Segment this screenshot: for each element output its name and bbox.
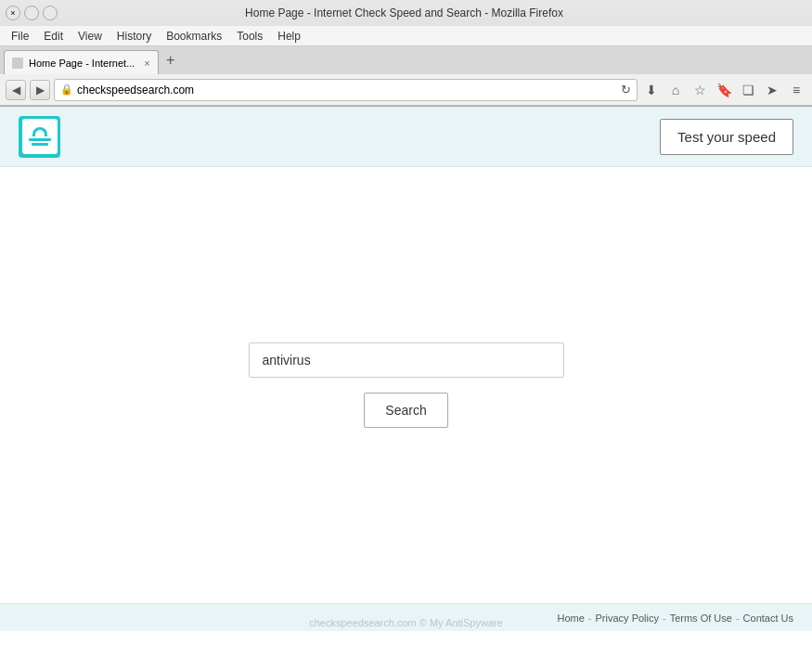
tab-label: Home Page - Internet... [29, 58, 135, 69]
lock-icon: 🔒 [60, 84, 73, 96]
refresh-icon[interactable]: ↻ [621, 83, 631, 97]
watermark: checkspeedsearch.com © My AntiSpyware [309, 617, 503, 628]
toolbar-icons: ⬇ ⌂ ☆ 🔖 ❏ ➤ ≡ [641, 80, 806, 100]
logo-bar-2 [32, 143, 48, 146]
menu-bookmarks[interactable]: Bookmarks [162, 29, 226, 44]
tab-close-button[interactable]: × [144, 58, 149, 69]
footer-sep-1: - [588, 613, 592, 624]
menu-help[interactable]: Help [274, 29, 304, 44]
footer-sep-3: - [736, 613, 740, 624]
footer-sep-2: - [663, 613, 666, 624]
tab-bar: Home Page - Internet... × + [0, 46, 812, 74]
site-header: Test your speed [0, 107, 812, 167]
search-button[interactable]: Search [364, 393, 447, 428]
site-logo [19, 116, 60, 158]
new-tab-button[interactable]: + [161, 50, 181, 71]
window-controls[interactable]: × [6, 6, 58, 20]
close-window-button[interactable]: × [6, 6, 20, 20]
menu-file[interactable]: File [7, 29, 32, 44]
search-input[interactable] [249, 342, 564, 378]
test-speed-button[interactable]: Test your speed [660, 119, 793, 155]
arrow-icon[interactable]: ➤ [762, 80, 782, 100]
menu-history[interactable]: History [113, 29, 155, 44]
window-title: Home Page - Internet Check Speed and Sea… [58, 6, 751, 19]
logo-inner [22, 119, 58, 154]
title-bar: × Home Page - Internet Check Speed and S… [0, 0, 812, 26]
browser-content: Test your speed Search Home - Privacy Po… [0, 107, 812, 631]
tab-favicon [12, 58, 23, 69]
download-icon[interactable]: ⬇ [641, 80, 662, 100]
bookmark-star-icon[interactable]: ☆ [690, 80, 710, 100]
url-box: 🔒 ↻ [54, 79, 638, 101]
bookmark-lock-icon[interactable]: 🔖 [714, 80, 734, 100]
home-icon[interactable]: ⌂ [665, 80, 686, 100]
menu-tools[interactable]: Tools [233, 29, 266, 44]
footer-terms-link[interactable]: Terms Of Use [670, 613, 732, 624]
back-button[interactable]: ◀ [6, 80, 26, 100]
forward-button[interactable]: ▶ [30, 80, 50, 100]
pocket-icon[interactable]: ❏ [738, 80, 758, 100]
maximize-window-button[interactable] [43, 6, 58, 20]
minimize-window-button[interactable] [24, 6, 39, 20]
menu-view[interactable]: View [74, 29, 106, 44]
logo-arc [32, 127, 47, 136]
site-main: Search [0, 167, 812, 603]
footer-privacy-link[interactable]: Privacy Policy [596, 613, 659, 624]
url-input[interactable] [77, 84, 617, 97]
logo-bar [29, 138, 51, 141]
address-bar: ◀ ▶ 🔒 ↻ ⬇ ⌂ ☆ 🔖 ❏ ➤ ≡ [0, 74, 812, 106]
menu-icon[interactable]: ≡ [786, 80, 806, 100]
menu-bar: File Edit View History Bookmarks Tools H… [0, 26, 812, 46]
footer-home-link[interactable]: Home [558, 613, 585, 624]
menu-edit[interactable]: Edit [40, 29, 67, 44]
active-tab[interactable]: Home Page - Internet... × [4, 50, 159, 74]
footer-contact-link[interactable]: Contact Us [743, 613, 793, 624]
